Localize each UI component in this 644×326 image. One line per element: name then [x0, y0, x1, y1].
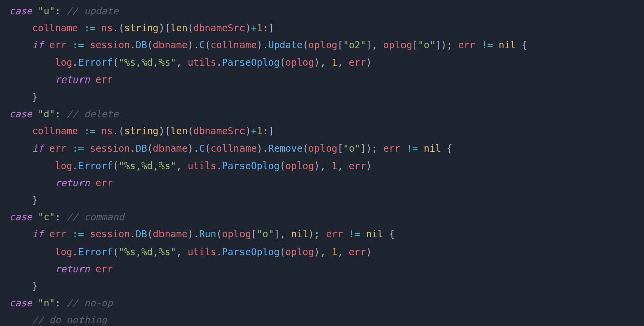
paren-open: ( — [280, 57, 285, 68]
paren-close: ) — [366, 160, 371, 171]
builtin-len: len — [170, 125, 187, 136]
colon: : — [263, 125, 268, 136]
op-assign: := — [72, 143, 84, 154]
bracket-open: [ — [337, 143, 343, 154]
op-assign: := — [84, 125, 96, 136]
ident-oplog: oplog — [285, 160, 314, 171]
semicolon: ; — [447, 39, 452, 50]
ident-log: log — [55, 57, 72, 68]
keyword-case: case — [9, 211, 32, 222]
ident-oplog: oplog — [308, 143, 337, 154]
number-one: 1 — [257, 125, 262, 136]
paren-open: ( — [113, 57, 118, 68]
paren-close: ) — [188, 228, 193, 239]
paren-open: ( — [113, 160, 118, 171]
paren-open: ( — [118, 22, 124, 33]
string-d: "d" — [38, 108, 55, 119]
keyword-return: return — [55, 74, 90, 85]
dot: . — [193, 143, 199, 154]
comma: , — [280, 228, 285, 239]
dot: . — [130, 39, 135, 50]
fn-parseoplog: ParseOplog — [222, 246, 279, 257]
comma: , — [337, 160, 343, 171]
comma: , — [320, 57, 326, 68]
comma: , — [176, 57, 182, 68]
ident-collname: collname — [211, 39, 257, 50]
paren-open: ( — [280, 246, 285, 257]
brace-open: { — [389, 228, 394, 239]
ident-err: err — [96, 74, 113, 85]
colon: : — [263, 22, 268, 33]
dot: . — [113, 22, 118, 33]
keyword-return: return — [55, 177, 90, 188]
fn-errorf: Errorf — [78, 160, 113, 171]
bracket-close: ] — [268, 22, 274, 33]
fn-run: Run — [199, 228, 216, 239]
dot: . — [72, 57, 78, 68]
brace-close: } — [32, 280, 38, 291]
keyword-case: case — [9, 5, 32, 16]
paren-close: ) — [314, 57, 319, 68]
paren-open: ( — [205, 143, 210, 154]
paren-open: ( — [188, 125, 193, 136]
paren-close: ) — [314, 246, 319, 257]
ident-err: err — [349, 160, 366, 171]
ident-dbnamesrc: dbnameSrc — [193, 125, 245, 136]
semicolon: ; — [314, 228, 320, 239]
op-neq: != — [481, 39, 493, 50]
paren-close: ) — [188, 39, 193, 50]
ident-err: err — [49, 143, 66, 154]
ident-session: session — [90, 39, 130, 50]
ident-collname: collname — [211, 143, 257, 154]
semicolon: ; — [372, 143, 377, 154]
brace-open: { — [522, 39, 527, 50]
keyword-case: case — [9, 297, 32, 308]
dot: . — [216, 246, 222, 257]
ident-collname: collname — [32, 22, 78, 33]
op-neq: != — [349, 228, 360, 239]
ident-oplog: oplog — [285, 246, 314, 257]
ident-ns: ns — [101, 22, 113, 33]
type-string: string — [124, 125, 159, 136]
brace-close: } — [32, 194, 38, 205]
string-o: "o" — [257, 228, 274, 239]
bracket-open: [ — [165, 125, 170, 136]
colon: : — [55, 108, 61, 119]
builtin-nil: nil — [424, 143, 441, 154]
ident-session: session — [90, 143, 130, 154]
code-block: case "u": // update collname := ns.(stri… — [0, 0, 644, 326]
paren-close: ) — [245, 22, 251, 33]
paren-open: ( — [147, 143, 153, 154]
colon: : — [55, 5, 61, 16]
number-one: 1 — [332, 160, 337, 171]
comma: , — [320, 160, 326, 171]
paren-close: ) — [366, 143, 372, 154]
comment-noop: // no-op — [66, 297, 113, 308]
bracket-close: ] — [274, 228, 279, 239]
dot: . — [263, 143, 268, 154]
dot: . — [216, 57, 222, 68]
bracket-open: [ — [337, 39, 343, 50]
fn-db: DB — [136, 228, 147, 239]
paren-close: ) — [257, 39, 262, 50]
dot: . — [193, 228, 199, 239]
paren-open: ( — [147, 39, 153, 50]
dot: . — [216, 160, 222, 171]
builtin-len: len — [170, 22, 187, 33]
string-format: "%s,%d,%s" — [118, 160, 176, 171]
bracket-open: [ — [251, 228, 257, 239]
bracket-close: ] — [360, 143, 366, 154]
number-one: 1 — [257, 22, 262, 33]
ident-dbname: dbname — [153, 143, 188, 154]
dot: . — [130, 228, 135, 239]
brace-close: } — [32, 91, 38, 102]
comma: , — [320, 246, 326, 257]
ident-err: err — [96, 177, 113, 188]
comma: , — [337, 57, 343, 68]
builtin-nil: nil — [499, 39, 516, 50]
paren-close: ) — [245, 125, 251, 136]
string-format: "%s,%d,%s" — [118, 57, 176, 68]
colon: : — [55, 297, 61, 308]
ident-log: log — [55, 160, 72, 171]
comment-update: // update — [66, 5, 118, 16]
